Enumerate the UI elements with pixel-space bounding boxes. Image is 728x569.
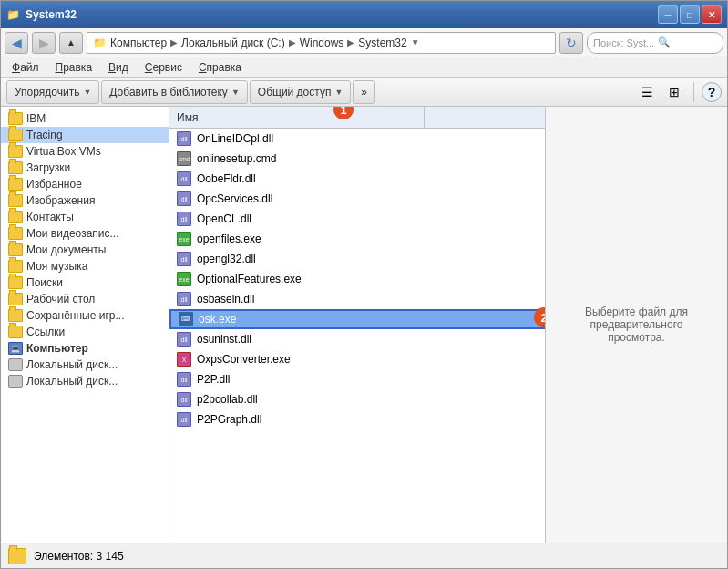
file-item[interactable]: dll opengl32.dll [169,249,545,269]
file-item[interactable]: dll P2P.dll [169,369,545,389]
file-name: openfiles.exe [197,233,261,245]
file-item[interactable]: X OxpsConverter.exe [169,349,545,369]
folder-icon [8,112,23,125]
nav-item-contacts[interactable]: Контакты [1,209,169,225]
nav-item-downloads[interactable]: Загрузки [1,160,169,176]
breadcrumb-4[interactable]: System32 [358,36,406,49]
close-button[interactable]: ✕ [702,5,722,24]
dll-icon: dll [177,131,191,146]
folder-icon [8,161,23,174]
menu-edit[interactable]: Правка [48,59,100,76]
breadcrumb-bar[interactable]: 📁 Компьютер ▶ Локальный диск (C:) ▶ Wind… [87,32,556,54]
nav-item-tracing[interactable]: Tracing [1,127,169,143]
nav-item-images[interactable]: Изображения [1,192,169,209]
folder-icon [8,211,23,223]
main-content: IBM Tracing VirtualBox VMs Загрузки Избр… [1,107,727,543]
nav-item-hdd1[interactable]: Локальный диск... [1,357,169,373]
nav-label-contacts: Контакты [26,211,74,223]
nav-item-links[interactable]: Ссылки [1,324,169,340]
nav-item-searches[interactable]: Поиски [1,274,169,291]
breadcrumb-2[interactable]: Локальный диск (C:) [181,36,285,49]
file-item[interactable]: dll OnLineIDCpl.dll [169,129,545,149]
file-name: OobeFldr.dll [197,172,256,185]
back-button[interactable]: ◀ [5,32,28,54]
menu-tools[interactable]: Сервис [138,59,190,76]
nav-label-videos: Мои видеозапис... [26,227,119,240]
nav-label-hdd2: Локальный диск... [26,375,118,388]
nav-label-tracing: Tracing [26,129,63,141]
cmd-icon: cmd [177,151,191,166]
file-item[interactable]: exe openfiles.exe [169,229,545,249]
menu-view[interactable]: Вид [101,59,136,76]
nav-label-music: Моя музыка [26,260,87,273]
window-title: System32 [26,8,77,21]
breadcrumb-arrow-4: ▼ [411,37,420,47]
nav-item-favorites[interactable]: Избранное [1,176,169,192]
share-arrow: ▼ [334,88,343,97]
file-item[interactable]: dll osuninst.dll [169,329,545,349]
menu-bar: Файл Правка Вид Сервис Справка [1,57,727,78]
hdd-icon-2 [8,375,23,388]
file-item[interactable]: dll OobeFldr.dll [169,169,545,189]
breadcrumb-3[interactable]: Windows [300,36,344,49]
nav-item-desktop[interactable]: Рабочий стол [1,291,169,307]
file-item[interactable]: dll OpenCL.dll [169,209,545,229]
minimize-button[interactable]: ─ [658,5,678,24]
menu-file[interactable]: Файл [5,59,46,76]
organize-label: Упорядочить [15,86,79,98]
view-details-button[interactable]: ☰ [635,81,659,103]
nav-label-searches: Поиски [26,276,63,289]
nav-item-documents[interactable]: Мои документы [1,242,169,258]
file-panel: Имя 1 dll OnLineIDCpl.dll cmd onlinesetu… [169,107,545,543]
computer-icon: 💻 [8,342,23,355]
status-text: Элементов: 3 145 [34,550,124,563]
share-button[interactable]: Общий доступ ▼ [250,80,352,104]
search-bar[interactable]: Поиск: Syst... 🔍 [587,32,723,54]
breadcrumb-1[interactable]: Компьютер [110,36,167,49]
column-header-name[interactable]: Имя [169,107,425,128]
file-item[interactable]: dll P2PGraph.dll [169,409,545,429]
file-item[interactable]: dll p2pcollab.dll [169,389,545,409]
library-label: Добавить в библиотеку [109,86,228,98]
dll-icon: dll [177,372,191,387]
breadcrumb-arrow-2: ▶ [289,37,296,47]
nav-label-savedgames: Сохранённые игр... [26,309,125,322]
hdd-icon-1 [8,358,23,371]
file-item-osk[interactable]: ⌨ osk.exe [169,309,545,329]
forward-button[interactable]: ▶ [32,32,56,54]
refresh-button[interactable]: ↻ [559,32,583,54]
status-bar: Элементов: 3 145 [1,543,727,568]
file-name: OpcServices.dll [197,192,272,205]
maximize-button[interactable]: □ [680,5,700,24]
title-controls: ─ □ ✕ [658,5,722,24]
osk-row-wrapper: ⌨ osk.exe 2 [169,309,545,329]
folder-icon [8,293,23,305]
nav-item-virtualbox[interactable]: VirtualBox VMs [1,143,169,160]
file-name: OpenCL.dll [197,212,251,225]
column-name-label: Имя [177,111,198,124]
file-item[interactable]: dll OpcServices.dll [169,189,545,209]
toolbar-separator [693,82,694,102]
nav-item-videos[interactable]: Мои видеозапис... [1,225,169,242]
file-item[interactable]: cmd onlinesetup.cmd [169,149,545,169]
up-button[interactable]: ▲ [59,32,83,54]
menu-help[interactable]: Справка [191,59,249,76]
toolbar-right: ☰ ⊞ ? [635,81,722,103]
file-list-body[interactable]: dll OnLineIDCpl.dll cmd onlinesetup.cmd … [169,129,545,543]
folder-icon [8,260,23,273]
nav-item-computer[interactable]: 💻 Компьютер [1,340,169,357]
nav-item-music[interactable]: Моя музыка [1,258,169,274]
file-item[interactable]: exe OptionalFeatures.exe [169,269,545,289]
nav-item-ibm[interactable]: IBM [1,110,169,127]
nav-item-hdd2[interactable]: Локальный диск... [1,373,169,389]
file-item[interactable]: dll osbaseln.dll [169,289,545,309]
title-bar: 📁 System32 ─ □ ✕ [1,1,727,28]
file-name: P2PGraph.dll [197,413,261,426]
help-button[interactable]: ? [702,82,722,102]
view-large-button[interactable]: ⊞ [662,81,686,103]
library-button[interactable]: Добавить в библиотеку ▼ [101,80,247,104]
nav-item-savedgames[interactable]: Сохранённые игр... [1,307,169,324]
organize-button[interactable]: Упорядочить ▼ [6,80,99,104]
dll-icon: dll [177,212,191,226]
more-button[interactable]: » [353,80,375,104]
